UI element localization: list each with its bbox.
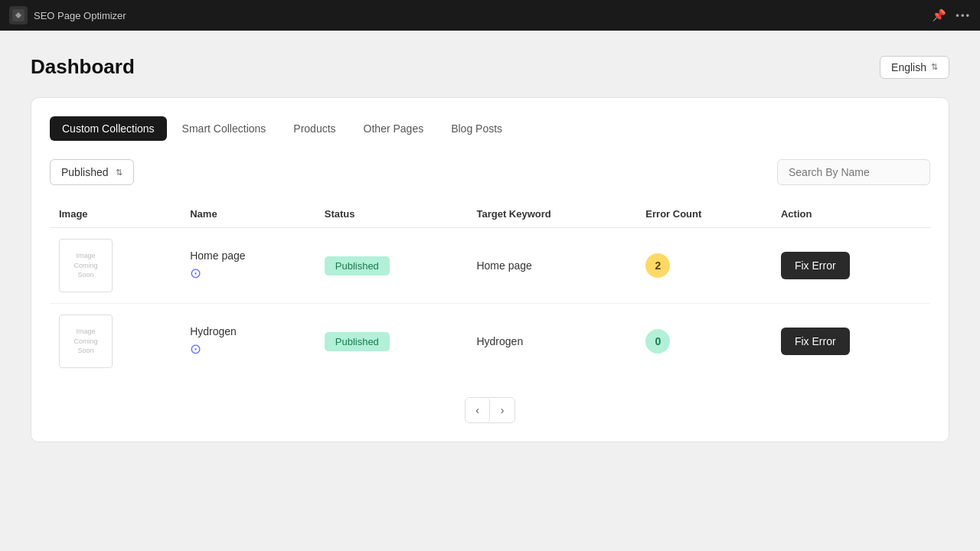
col-name: Name [181, 201, 315, 228]
tab-products[interactable]: Products [281, 116, 348, 141]
page-title: Dashboard [31, 55, 135, 79]
cell-keyword-1: Hydrogen [467, 304, 636, 380]
main-card: Custom Collections Smart Collections Pro… [31, 97, 949, 442]
cell-name-1: Hydrogen ⊙ [181, 304, 315, 380]
fix-error-button[interactable]: Fix Error [781, 328, 850, 355]
published-filter[interactable]: Published ⇅ [50, 159, 134, 185]
pagination-group: ‹ › [465, 397, 515, 423]
image-placeholder: ImageComingSoon [59, 239, 113, 292]
toolbar: Published ⇅ [50, 159, 930, 185]
fix-error-button[interactable]: Fix Error [781, 252, 850, 279]
cell-image-1: ImageComingSoon [50, 304, 181, 380]
col-error-count: Error Count [636, 201, 772, 228]
table-header-row: Image Name Status Target Keyword Error C… [50, 201, 930, 228]
table-row: ImageComingSoon Home page ⊙ PublishedHom… [50, 228, 930, 304]
topbar: SEO Page Optimizer 📌 ••• [0, 0, 980, 31]
cell-status-0: Published [315, 228, 468, 304]
data-table: Image Name Status Target Keyword Error C… [50, 201, 930, 379]
pagination-next[interactable]: › [490, 398, 514, 422]
topbar-right: 📌 ••• [932, 8, 971, 22]
row-name-text: Home page [190, 249, 306, 262]
col-image: Image [50, 201, 181, 228]
error-count-badge: 2 [645, 253, 670, 278]
app-icon [9, 6, 28, 24]
pagination: ‹ › [50, 397, 930, 423]
row-name-text: Hydrogen [190, 325, 306, 337]
tab-other-pages[interactable]: Other Pages [351, 116, 436, 141]
cell-status-1: Published [315, 304, 468, 380]
col-status: Status [315, 201, 468, 228]
search-input[interactable] [777, 159, 930, 185]
tab-blog-posts[interactable]: Blog Posts [439, 116, 514, 141]
cell-error-count-1: 0 [636, 304, 772, 380]
published-filter-label: Published [61, 166, 109, 178]
eye-icon[interactable]: ⊙ [190, 265, 306, 282]
pin-icon[interactable]: 📌 [932, 8, 946, 22]
pagination-prev[interactable]: ‹ [466, 398, 490, 422]
table-row: ImageComingSoon Hydrogen ⊙ PublishedHydr… [50, 304, 930, 380]
eye-icon[interactable]: ⊙ [190, 341, 306, 357]
language-button[interactable]: English ⇅ [880, 56, 949, 79]
language-chevron: ⇅ [931, 62, 938, 72]
app-title-text: SEO Page Optimizer [34, 10, 126, 21]
col-target-keyword: Target Keyword [467, 201, 636, 228]
language-label: English [891, 61, 926, 73]
cell-keyword-0: Home page [467, 228, 636, 304]
tab-custom-collections[interactable]: Custom Collections [50, 116, 167, 141]
main-content: Dashboard English ⇅ Custom Collections S… [0, 31, 980, 551]
cell-error-count-0: 2 [636, 228, 772, 304]
cell-action-1: Fix Error [772, 304, 930, 380]
status-badge: Published [325, 332, 390, 351]
col-action: Action [772, 201, 930, 228]
page-header: Dashboard English ⇅ [31, 55, 949, 79]
cell-action-0: Fix Error [772, 228, 930, 304]
topbar-left: SEO Page Optimizer [9, 6, 126, 24]
cell-name-0: Home page ⊙ [181, 228, 315, 304]
cell-image-0: ImageComingSoon [50, 228, 181, 304]
status-badge: Published [325, 256, 390, 276]
image-placeholder: ImageComingSoon [59, 315, 113, 368]
published-filter-chevron: ⇅ [116, 168, 122, 178]
more-options-icon[interactable]: ••• [956, 10, 971, 21]
name-cell: Home page ⊙ [190, 249, 306, 282]
error-count-badge: 0 [645, 329, 670, 354]
name-cell: Hydrogen ⊙ [190, 325, 306, 357]
tabs-container: Custom Collections Smart Collections Pro… [50, 116, 930, 141]
tab-smart-collections[interactable]: Smart Collections [170, 116, 279, 141]
